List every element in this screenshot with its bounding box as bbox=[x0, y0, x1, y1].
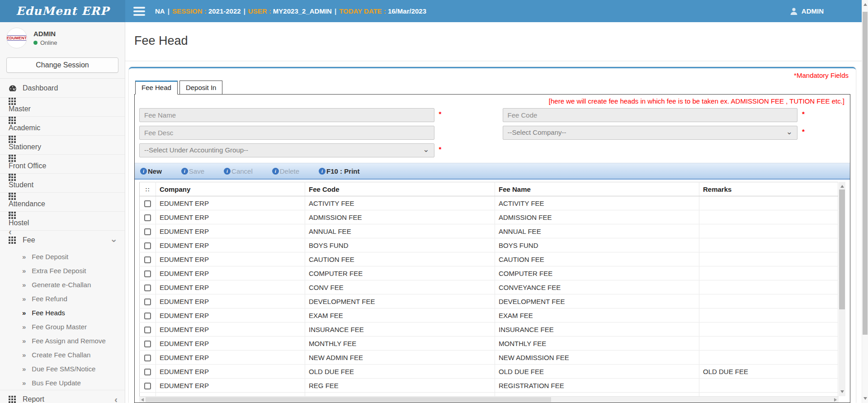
row-checkbox[interactable] bbox=[144, 341, 151, 347]
row-checkbox[interactable] bbox=[144, 284, 151, 291]
page-scrollbar[interactable] bbox=[862, 0, 868, 403]
remarks-cell bbox=[699, 224, 838, 238]
scroll-down-icon[interactable] bbox=[863, 397, 867, 400]
scroll-right-icon[interactable] bbox=[834, 398, 837, 402]
new-button[interactable]: i New bbox=[140, 167, 162, 175]
sidebar-subitem-due-fee-sms-notice[interactable]: » Due Fee SMS/Notice bbox=[0, 362, 125, 376]
table-horizontal-scrollbar[interactable] bbox=[139, 396, 839, 403]
sidebar-item-report[interactable]: Report ‹ bbox=[0, 390, 125, 403]
profile-status: Online bbox=[33, 39, 57, 46]
remarks-cell bbox=[699, 210, 838, 224]
sidebar-subitem-fee-assign-and-remove[interactable]: » Fee Assign and Remove bbox=[0, 334, 125, 348]
page-scroll-thumb[interactable] bbox=[863, 12, 868, 335]
row-checkbox[interactable] bbox=[144, 214, 151, 221]
row-checkbox[interactable] bbox=[144, 369, 151, 375]
fee-code-cell: ANNUAL FEE bbox=[305, 224, 495, 238]
sidebar-item-stationery[interactable]: Stationery ‹ ⌄ bbox=[0, 136, 125, 155]
company-selected-value: --Select Company-- bbox=[508, 128, 566, 136]
sidebar-item-dashboard[interactable]: Dashboard ‹ ⌄ bbox=[0, 79, 125, 98]
table-vertical-scrollbar[interactable] bbox=[839, 182, 845, 396]
sidebar-subitem-fee-heads[interactable]: » Fee Heads bbox=[0, 306, 125, 320]
today-date-label: TODAY DATE : bbox=[339, 7, 386, 15]
page-header: Fee Head bbox=[125, 22, 862, 61]
row-checkbox[interactable] bbox=[144, 270, 151, 277]
row-checkbox[interactable] bbox=[144, 242, 151, 249]
fee-code-cell: ADMISSION FEE bbox=[305, 210, 495, 224]
row-checkbox[interactable] bbox=[144, 200, 151, 207]
table-row: EDUMENT ERP DEVELOPMENT FEE DEVELOPMENT … bbox=[140, 294, 838, 308]
sidebar: EDUMENT ADMIN Online Change Session Dash… bbox=[0, 22, 125, 403]
admin-menu[interactable]: ADMIN bbox=[790, 7, 824, 15]
sidebar-subitem-extra-fee-deposit[interactable]: » Extra Fee Deposit bbox=[0, 264, 125, 278]
toolbar-button-label: New bbox=[148, 167, 162, 175]
vertical-scroll-thumb[interactable] bbox=[839, 190, 845, 309]
horizontal-scroll-thumb[interactable] bbox=[146, 397, 551, 402]
sidebar-subitem-generate-e-challan[interactable]: » Generate e-Challan bbox=[0, 278, 125, 292]
info-prefix: NA bbox=[155, 7, 165, 15]
sidebar-item-student[interactable]: Student ‹ ⌄ bbox=[0, 174, 125, 193]
table-row: EDUMENT ERP NEW ADMIN FEE NEW ADMISSION … bbox=[140, 351, 838, 365]
save-button[interactable]: i Save bbox=[181, 167, 204, 175]
scroll-up-icon[interactable] bbox=[863, 3, 867, 6]
fee-name-input[interactable] bbox=[139, 108, 434, 122]
print-button[interactable]: i F10 : Print bbox=[319, 167, 359, 175]
top-bar-main: NA|SESSION : 2021-2022|USER : MY2023_2_A… bbox=[125, 0, 862, 22]
company-cell: EDUMENT ERP bbox=[156, 252, 305, 266]
tab-label: Fee Head bbox=[142, 84, 171, 91]
delete-button[interactable]: i Delete bbox=[272, 167, 299, 175]
fee-code-input[interactable] bbox=[503, 108, 798, 122]
sidebar-subitem-label: Extra Fee Deposit bbox=[32, 267, 86, 275]
fee-head-table-region: :: Company Fee Code Fee Name Remarks EDU… bbox=[139, 182, 845, 403]
online-status-label: Online bbox=[40, 39, 57, 46]
tab-deposit-in[interactable]: Deposit In bbox=[179, 81, 223, 95]
sidebar-subitem-create-fee-challan[interactable]: » Create Fee Challan bbox=[0, 348, 125, 362]
grid-icon bbox=[9, 193, 16, 200]
fee-code-cell: MONTHLY FEE bbox=[305, 337, 495, 351]
double-chevron-icon: » bbox=[22, 253, 26, 261]
sidebar-item-academic[interactable]: Academic ‹ ⌄ bbox=[0, 117, 125, 136]
remarks-column-header: Remarks bbox=[699, 182, 838, 196]
row-checkbox[interactable] bbox=[144, 383, 151, 389]
grid-icon bbox=[9, 174, 16, 181]
row-checkbox[interactable] bbox=[144, 355, 151, 361]
double-chevron-icon: » bbox=[22, 309, 26, 317]
scroll-up-icon[interactable] bbox=[840, 185, 844, 188]
sidebar-item-fee[interactable]: Fee ⌄ bbox=[0, 231, 125, 250]
sidebar-subitem-label: Fee Group Master bbox=[32, 323, 87, 331]
company-cell: EDUMENT ERP bbox=[156, 266, 305, 280]
fee-head-card: *Mandatory Fields Fee Head Deposit In [h… bbox=[129, 67, 856, 403]
scroll-down-icon[interactable] bbox=[840, 390, 844, 393]
cancel-button[interactable]: i Cancel bbox=[224, 167, 253, 175]
row-checkbox[interactable] bbox=[144, 256, 151, 263]
sidebar-subitem-fee-deposit[interactable]: » Fee Deposit bbox=[0, 250, 125, 264]
session-value: 2021-2022 bbox=[208, 7, 241, 15]
fee-head-table: :: Company Fee Code Fee Name Remarks EDU… bbox=[139, 182, 838, 403]
sidebar-item-hostel[interactable]: Hostel ‹ ⌄ bbox=[0, 212, 125, 231]
double-chevron-icon: » bbox=[22, 267, 26, 275]
row-checkbox[interactable] bbox=[144, 327, 151, 333]
sidebar-item-master[interactable]: Master ‹ ⌄ bbox=[0, 98, 125, 117]
row-checkbox[interactable] bbox=[144, 299, 151, 305]
sidebar-item-front-office[interactable]: Front Office ‹ ⌄ bbox=[0, 155, 125, 174]
sidebar-subitem-fee-refund[interactable]: » Fee Refund bbox=[0, 292, 125, 306]
hamburger-icon[interactable] bbox=[129, 0, 150, 22]
change-session-button[interactable]: Change Session bbox=[6, 57, 118, 73]
sidebar-item-label: Front Office bbox=[9, 162, 46, 170]
sidebar-subitem-fee-group-master[interactable]: » Fee Group Master bbox=[0, 320, 125, 334]
sidebar-item-label: Student bbox=[9, 181, 33, 189]
scroll-left-icon[interactable] bbox=[141, 398, 144, 402]
company-select[interactable]: --Select Company-- ⌄ bbox=[503, 126, 798, 140]
fee-name-cell: BOYS FUND bbox=[495, 238, 699, 252]
fee-desc-input[interactable] bbox=[139, 126, 434, 140]
app-logo: EduMent ERP bbox=[0, 0, 125, 22]
company-cell: EDUMENT ERP bbox=[156, 294, 305, 308]
sidebar-subitem-bus-fee-update[interactable]: » Bus Fee Update bbox=[0, 376, 125, 390]
row-checkbox[interactable] bbox=[144, 313, 151, 319]
accounting-group-select[interactable]: --Select Under Accounting Group-- ⌄ bbox=[139, 143, 434, 157]
accounting-group-selected-value: --Select Under Accounting Group-- bbox=[144, 146, 248, 154]
row-checkbox[interactable] bbox=[144, 228, 151, 235]
double-chevron-icon: » bbox=[22, 351, 26, 359]
tab-fee-head[interactable]: Fee Head bbox=[135, 81, 178, 95]
avatar-logo-text: EDUMENT bbox=[6, 35, 27, 41]
sidebar-item-attendance[interactable]: Attendance ‹ ⌄ bbox=[0, 193, 125, 212]
